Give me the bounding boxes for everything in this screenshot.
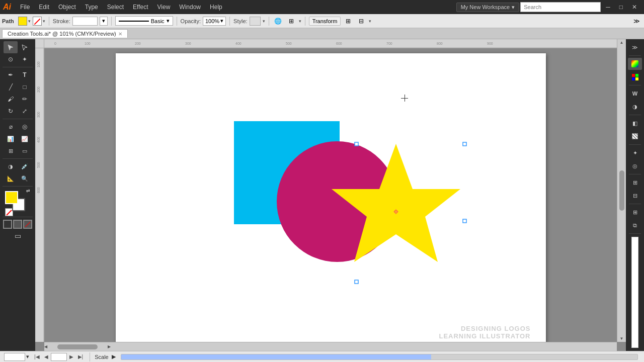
menu-effect[interactable]: Effect <box>129 3 152 12</box>
layers-panel-button[interactable]: ⊞ <box>628 176 642 189</box>
rounded-rect-tool[interactable]: ▭ <box>18 145 32 157</box>
stroke-swatch[interactable] <box>33 17 42 26</box>
right-panel-collapse[interactable]: ≫ <box>628 41 642 53</box>
gradient-panel-button[interactable]: ◑ <box>628 101 642 113</box>
scroll-down-arrow[interactable]: ▼ <box>620 336 624 341</box>
last-page-button[interactable]: ▶| <box>76 353 86 360</box>
transparency-panel-button[interactable] <box>628 130 642 142</box>
type-tool[interactable]: T <box>18 69 32 81</box>
menu-select[interactable]: Select <box>103 3 128 12</box>
menu-window[interactable]: Window <box>175 3 205 12</box>
tool-separator4 <box>3 186 33 187</box>
inside-mode-button[interactable] <box>23 220 32 229</box>
page-input[interactable]: 1 <box>51 353 67 361</box>
globe-icon[interactable]: 🌐 <box>273 16 284 27</box>
magic-wand-tool[interactable]: ✦ <box>18 53 32 65</box>
style-arrow[interactable]: ▾ <box>263 19 265 24</box>
scale-tool[interactable]: ⤢ <box>18 105 32 117</box>
stroke-dropdown[interactable]: ▾ <box>100 17 108 26</box>
search-input[interactable] <box>520 2 601 12</box>
measure-tool[interactable]: 📐 <box>4 172 18 185</box>
eyedropper-tool[interactable]: 💉 <box>18 160 32 172</box>
stroke-label: Stroke: <box>53 18 70 24</box>
pencil-tool[interactable]: ✏ <box>18 93 32 105</box>
blend-tool[interactable]: ◎ <box>18 121 32 133</box>
gradient-tool[interactable]: ◑ <box>4 160 18 172</box>
menu-view[interactable]: View <box>153 3 175 12</box>
lasso-tool[interactable]: ⊙ <box>4 53 18 65</box>
horizontal-scrollbar[interactable]: ◀ ▶ <box>44 342 617 351</box>
grid-icon[interactable]: ⊞ <box>286 16 297 27</box>
vertical-ruler: 100 200 300 400 500 600 <box>35 48 44 342</box>
star-svg[interactable] <box>325 141 468 287</box>
grid-arrow[interactable]: ▾ <box>299 19 301 24</box>
scale-play-button[interactable]: ▶ <box>112 353 116 360</box>
align-panel-button[interactable]: ⊞ <box>628 206 642 218</box>
scroll-up-arrow[interactable]: ▲ <box>620 40 624 45</box>
artboards-panel-button[interactable]: ⊟ <box>628 190 642 202</box>
menu-file[interactable]: File <box>16 3 34 12</box>
scroll-right-arrow[interactable]: ▶ <box>108 344 111 349</box>
bar-graph-tool[interactable]: 📈 <box>18 133 32 145</box>
appearance-panel-button[interactable]: ◧ <box>628 117 642 129</box>
next-page-button[interactable]: ▶ <box>67 353 75 360</box>
graphic-styles-panel-button[interactable]: ◎ <box>628 160 642 172</box>
column-graph-tool[interactable]: 📊 <box>4 133 18 145</box>
fill-arrow[interactable]: ▾ <box>28 19 31 24</box>
collapsed-panel-strip[interactable] <box>631 237 638 348</box>
panel-collapse-icon[interactable]: ≫ <box>631 16 642 27</box>
zoom-arrow[interactable]: ▾ <box>26 353 29 360</box>
menu-help[interactable]: Help <box>206 3 226 12</box>
pathfinder-arrow[interactable]: ▾ <box>369 19 371 24</box>
stroke-arrow[interactable]: ▾ <box>43 19 45 24</box>
rect-tool[interactable]: □ <box>18 81 32 93</box>
artboard: DESIGNING LOGOS LEARNING ILLUSTRATOR <box>116 53 546 351</box>
tab-creation-tools[interactable]: Creation Tools.ai* @ 101% (CMYK/Preview)… <box>2 29 128 38</box>
pen-tool[interactable]: ✒ <box>4 69 18 81</box>
first-page-button[interactable]: |◀ <box>32 353 42 360</box>
pathfinder-icon[interactable]: ⊟ <box>356 16 367 27</box>
fill-swatch[interactable] <box>18 17 27 26</box>
scroll-left-arrow[interactable]: ◀ <box>44 344 47 349</box>
menu-type[interactable]: Type <box>81 3 102 12</box>
normal-mode-button[interactable] <box>3 220 12 229</box>
zoom-tool[interactable]: 🔍 <box>18 172 32 185</box>
selection-tool[interactable] <box>4 41 18 53</box>
scroll-thumb-horizontal[interactable] <box>57 344 98 349</box>
zoom-input[interactable]: 101% <box>4 353 25 361</box>
opacity-dropdown[interactable]: 100% ▾ <box>203 17 226 26</box>
warp-tool[interactable]: ⌀ <box>4 121 18 133</box>
stroke-panel-button[interactable]: W <box>628 87 642 100</box>
behind-mode-button[interactable] <box>13 220 22 229</box>
direct-selection-tool[interactable] <box>18 41 32 53</box>
color-panel-button[interactable] <box>628 58 642 70</box>
workspace-button[interactable]: My New Workspace ▾ <box>456 3 520 12</box>
align-icon[interactable]: ⊞ <box>343 16 354 27</box>
transform-button[interactable]: Transform <box>309 17 341 26</box>
svg-text:900: 900 <box>487 42 493 45</box>
tool-row-lasso: ⊙ ✦ <box>0 53 35 65</box>
stroke-input[interactable] <box>72 17 98 26</box>
view-mode-button[interactable]: ▭ <box>15 232 21 240</box>
swatches-panel-button[interactable] <box>628 71 642 83</box>
line-style-dropdown[interactable]: Basic ▾ <box>115 16 173 26</box>
tool-separator2 <box>3 119 33 119</box>
vertical-scrollbar[interactable]: ▲ ▼ <box>617 39 626 342</box>
rotate-tool[interactable]: ↻ <box>4 105 18 117</box>
maximize-button[interactable]: □ <box>615 3 627 12</box>
line-tool[interactable]: ╱ <box>4 81 18 93</box>
paintbrush-tool[interactable]: 🖌 <box>4 93 18 105</box>
minimize-button[interactable]: ─ <box>602 3 614 12</box>
prev-page-button[interactable]: ◀ <box>42 353 50 360</box>
swap-colors-icon[interactable]: ⇄ <box>26 188 30 193</box>
mesh-tool[interactable]: ⊞ <box>4 145 18 157</box>
symbols-panel-button[interactable]: ✦ <box>628 147 642 159</box>
fill-color-swatch[interactable] <box>5 191 18 204</box>
menu-object[interactable]: Object <box>54 3 80 12</box>
menu-edit[interactable]: Edit <box>35 3 53 12</box>
style-swatch[interactable] <box>250 17 261 26</box>
scroll-thumb-vertical[interactable] <box>619 170 624 211</box>
transform-panel-button[interactable]: ⧉ <box>628 219 642 231</box>
tab-close-button[interactable]: ✕ <box>118 31 122 37</box>
close-button[interactable]: ✕ <box>628 3 641 12</box>
